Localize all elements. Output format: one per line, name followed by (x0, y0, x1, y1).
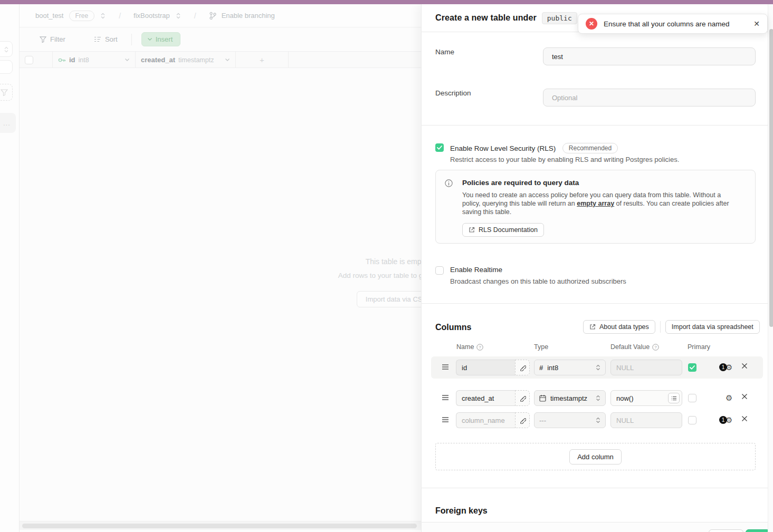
chevron-down-icon[interactable] (225, 58, 230, 62)
column-type-value: --- (539, 417, 591, 424)
insert-button[interactable]: Insert (141, 32, 181, 46)
primary-checkbox[interactable] (688, 416, 696, 424)
left-rail: ... (0, 4, 20, 532)
column-type-select[interactable]: --- (534, 412, 606, 428)
settings-count-badge: 1 (719, 416, 727, 424)
primary-checkbox[interactable] (688, 363, 696, 372)
cancel-button[interactable]: Cancel (709, 529, 743, 532)
policies-body: You need to create an access policy befo… (462, 191, 737, 216)
table-selector-partial[interactable] (0, 41, 13, 57)
toast-close-button[interactable]: ✕ (753, 20, 760, 28)
external-link-icon (589, 324, 596, 330)
horizontal-scrollbar-thumb[interactable] (22, 524, 417, 528)
chevron-down-icon[interactable] (125, 58, 130, 62)
columns-heading: Columns (435, 323, 471, 332)
top-accent-bar (0, 0, 773, 4)
filter-button[interactable]: Filter (35, 33, 70, 45)
primary-checkbox[interactable] (688, 394, 696, 402)
drag-handle-icon[interactable] (442, 417, 449, 423)
default-value-suggestions-button[interactable] (668, 393, 680, 403)
ellipsis-icon: ... (3, 119, 11, 127)
column-default-wrap (610, 390, 682, 406)
chevrons-up-down-icon (4, 46, 9, 53)
column-type-value: timestamptz (550, 394, 595, 402)
realtime-label: Enable Realtime (450, 266, 502, 274)
policies-title: Policies are required to query data (462, 179, 579, 187)
buttons-divider (660, 321, 661, 333)
foreign-keys-heading: Foreign keys (435, 506, 488, 516)
chevrons-up-down-icon[interactable] (100, 12, 106, 20)
breadcrumb-project[interactable]: boot_test (35, 12, 64, 20)
funnel-icon (1, 89, 8, 96)
remove-column-icon[interactable] (741, 393, 748, 400)
table-description-input[interactable] (543, 89, 756, 107)
column-name-input[interactable] (456, 390, 515, 406)
remove-column-icon[interactable] (741, 415, 748, 422)
rls-checkbox[interactable] (435, 143, 444, 152)
panel-title: Create a new table under (435, 13, 537, 23)
save-button[interactable]: Save (746, 529, 770, 532)
column-header-created-at[interactable]: created_at timestamptz (136, 52, 236, 68)
link-icon (519, 395, 526, 402)
column-type-value: int8 (547, 364, 591, 372)
column-settings-gear-icon[interactable]: ⚙ (726, 393, 732, 403)
chevrons-up-down-icon (596, 364, 600, 371)
table-name-input[interactable] (543, 47, 756, 65)
screen: ... boot_test Free / fixBootstrap / Enab… (0, 0, 773, 532)
empty-array-link[interactable]: empty array (577, 200, 614, 207)
breadcrumb-separator: / (119, 12, 121, 20)
settings-count-badge: 1 (719, 363, 727, 371)
error-toast: ✕ Ensure that all your columns are named… (578, 14, 768, 34)
rail-button-partial[interactable] (0, 60, 13, 74)
realtime-checkbox[interactable] (435, 266, 444, 275)
chevrons-up-down-icon[interactable] (175, 12, 182, 20)
toast-message: Ensure that all your columns are named (604, 20, 747, 28)
realtime-description: Broadcast changes on this table to autho… (450, 277, 626, 285)
column-type-select[interactable]: timestamptz (534, 390, 606, 406)
column-name-input[interactable] (456, 412, 515, 428)
header-default-value: Default Value ? (610, 343, 659, 351)
column-default-input[interactable] (610, 412, 682, 428)
calendar-icon (539, 394, 546, 402)
columns-actions: About data types Import data via spreads… (583, 320, 760, 334)
import-spreadsheet-button[interactable]: Import data via spreadsheet (665, 320, 760, 334)
column-default-input[interactable] (610, 360, 682, 375)
remove-column-icon[interactable] (741, 363, 748, 369)
external-link-icon (469, 227, 475, 233)
select-all-cell (20, 52, 53, 68)
panel-scrollbar-thumb[interactable] (769, 29, 773, 327)
chevron-down-icon (147, 37, 152, 41)
rls-label-row: Enable Row Level Security (RLS) Recommen… (450, 143, 618, 153)
select-all-checkbox[interactable] (25, 56, 33, 64)
rls-description: Restrict access to your table by enablin… (450, 156, 679, 163)
add-column-header-cell[interactable]: + (236, 52, 289, 68)
about-data-types-label: About data types (599, 323, 649, 331)
header-name: Name ? (456, 343, 483, 351)
help-icon[interactable]: ? (476, 344, 483, 351)
column-name-input[interactable] (456, 360, 515, 375)
help-icon[interactable]: ? (652, 344, 659, 351)
add-column-button[interactable]: Add column (569, 449, 622, 465)
foreign-key-button[interactable] (515, 390, 530, 406)
about-data-types-button[interactable]: About data types (583, 320, 655, 334)
section-divider (422, 303, 773, 304)
header-name-label: Name (456, 343, 474, 351)
more-button-partial[interactable]: ... (0, 113, 16, 133)
foreign-key-button[interactable] (515, 412, 530, 428)
hash-icon: # (539, 364, 543, 372)
plan-badge: Free (69, 11, 95, 21)
drag-handle-icon[interactable] (442, 394, 449, 401)
chevrons-up-down-icon (596, 417, 600, 423)
schema-badge: public (542, 12, 577, 24)
key-icon (58, 57, 66, 63)
sort-button[interactable]: Sort (90, 33, 122, 45)
plus-icon: + (260, 55, 264, 64)
foreign-key-button[interactable] (515, 360, 530, 375)
breadcrumb-branch[interactable]: fixBootstrap (133, 12, 170, 20)
column-type-select[interactable]: # int8 (534, 360, 606, 375)
column-header-id[interactable]: id int8 (53, 52, 136, 68)
filter-dropzone-partial[interactable] (0, 84, 13, 101)
enable-branching-button[interactable]: Enable branching (222, 12, 275, 20)
rls-documentation-button[interactable]: RLS Documentation (462, 223, 544, 237)
drag-handle-icon[interactable] (442, 364, 449, 370)
